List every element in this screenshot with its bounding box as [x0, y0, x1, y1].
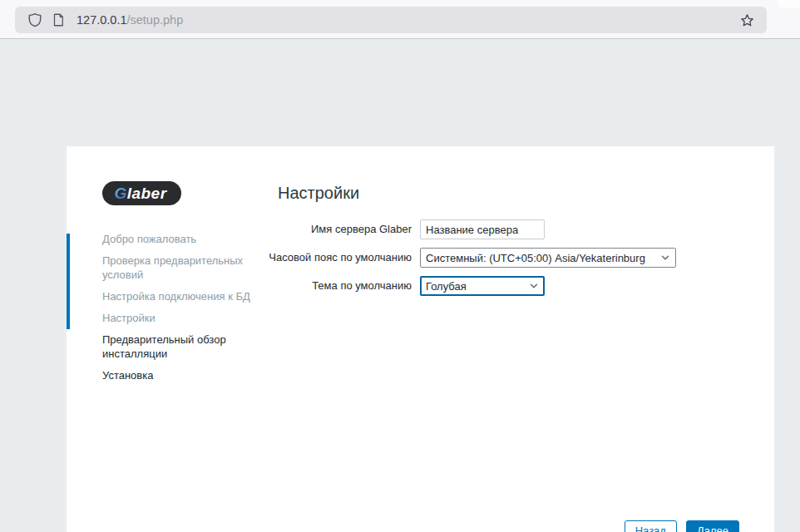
- timezone-select-value: Системный: (UTC+05:00) Asia/Yekaterinbur…: [426, 252, 655, 264]
- browser-chrome-corner: [778, 0, 800, 8]
- logo-letter-g: G: [114, 185, 126, 202]
- theme-select-value: Голубая: [426, 280, 524, 293]
- bookmark-star-icon[interactable]: [735, 8, 758, 32]
- address-bar[interactable]: 127.0.0.1/setup.php: [15, 7, 767, 33]
- url-text: 127.0.0.1/setup.php: [77, 13, 183, 27]
- shield-icon[interactable]: [23, 8, 47, 32]
- timezone-label: Часовой пояс по умолчанию: [67, 248, 412, 268]
- page-info-icon[interactable]: [47, 8, 70, 32]
- server-name-input[interactable]: [420, 219, 545, 239]
- page-title: Настройки: [278, 184, 359, 203]
- logo-text-rest: laber: [127, 185, 167, 202]
- chevron-down-icon: [529, 281, 539, 291]
- step-pre-installation-summary: Предварительный обзор инсталляции: [102, 332, 260, 361]
- theme-select[interactable]: Голубая: [420, 276, 545, 296]
- theme-label: Тема по умолчанию: [67, 276, 412, 296]
- step-install: Установка: [102, 368, 260, 382]
- glaber-logo: Glaber: [102, 181, 181, 205]
- setup-wizard-card: Glaber Добро пожаловать Проверка предвар…: [67, 146, 774, 532]
- browser-toolbar: 127.0.0.1/setup.php: [0, 0, 800, 39]
- back-button[interactable]: Назад: [625, 520, 677, 532]
- step-settings: Настройки: [102, 311, 260, 325]
- timezone-select[interactable]: Системный: (UTC+05:00) Asia/Yekaterinbur…: [420, 248, 676, 268]
- next-button[interactable]: Далее: [686, 520, 739, 532]
- url-host: 127.0.0.1: [77, 13, 126, 27]
- page-background: Glaber Добро пожаловать Проверка предвар…: [0, 40, 800, 532]
- wizard-footer-buttons: Назад Далее: [625, 520, 739, 532]
- server-name-label: Имя сервера Glaber: [67, 219, 412, 239]
- settings-form: Имя сервера Glaber Часовой пояс по умолч…: [67, 219, 676, 296]
- url-path: /setup.php: [126, 13, 183, 27]
- chevron-down-icon: [660, 253, 670, 263]
